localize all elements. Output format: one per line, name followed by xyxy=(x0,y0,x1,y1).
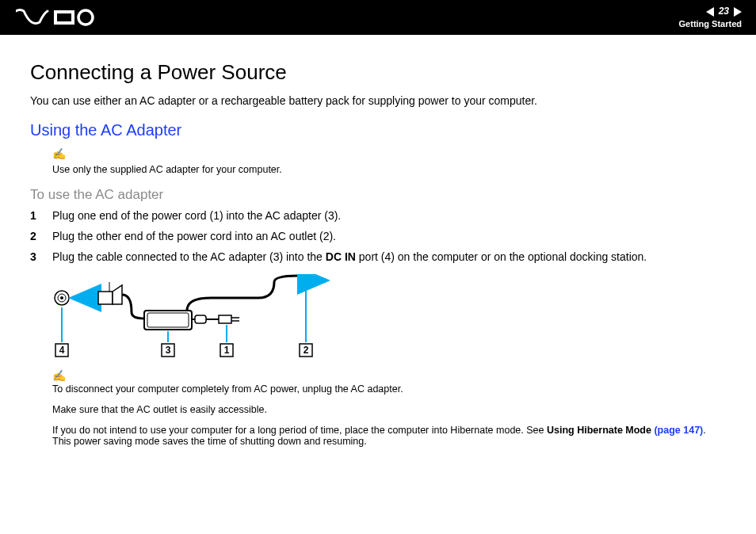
note-text-2: To disconnect your computer completely f… xyxy=(52,383,726,395)
svg-rect-13 xyxy=(195,315,206,323)
note4-before: If you do not intend to use your compute… xyxy=(52,425,547,436)
diagram-label-3: 3 xyxy=(166,345,171,356)
section-heading: Using the AC Adapter xyxy=(30,121,726,139)
ac-adapter-diagram: 4 3 1 2 xyxy=(52,274,726,361)
step-item: 3 Plug the cable connected to the AC ada… xyxy=(30,250,726,263)
diagram-label-2: 2 xyxy=(304,345,309,356)
note-block-1: ✍ Use only the supplied AC adapter for y… xyxy=(52,147,726,176)
note-text-1: Use only the supplied AC adapter for you… xyxy=(52,164,282,175)
svg-point-7 xyxy=(60,296,63,299)
diagram-label-4: 4 xyxy=(59,345,65,356)
svg-rect-9 xyxy=(98,292,113,304)
diagram-label-1: 1 xyxy=(224,345,230,356)
note4-bold: Using Hibernate Mode xyxy=(547,425,654,436)
header-bar: 23 Getting Started xyxy=(0,0,756,35)
next-page-icon[interactable] xyxy=(734,7,742,17)
step-item: 2 Plug the other end of the power cord i… xyxy=(30,230,726,242)
hibernate-mode-link[interactable]: (page 147) xyxy=(654,425,703,436)
step3-bold: DC IN xyxy=(326,250,356,263)
svg-point-4 xyxy=(78,10,93,25)
step-item: 1 Plug one end of the power cord (1) int… xyxy=(30,209,726,222)
footer-notes: ✍ To disconnect your computer completely… xyxy=(52,369,726,447)
step-text: Plug one end of the power cord (1) into … xyxy=(52,209,341,222)
step-number: 3 xyxy=(30,250,52,263)
header-right: 23 Getting Started xyxy=(679,6,742,29)
section-label: Getting Started xyxy=(679,18,742,29)
step-list: 1 Plug one end of the power cord (1) int… xyxy=(30,209,726,263)
svg-rect-11 xyxy=(144,311,192,330)
note-text-4: If you do not intend to use your compute… xyxy=(52,425,726,447)
note-text-3: Make sure that the AC outlet is easily a… xyxy=(52,404,726,415)
prev-page-icon[interactable] xyxy=(706,7,714,17)
step3-before: Plug the cable connected to the AC adapt… xyxy=(52,250,326,263)
svg-rect-3 xyxy=(71,10,74,25)
note-icon: ✍ xyxy=(52,147,726,160)
svg-rect-16 xyxy=(219,315,231,323)
step-number: 2 xyxy=(30,230,52,242)
step-number: 1 xyxy=(30,209,52,222)
procedure-heading: To use the AC adapter xyxy=(30,187,726,203)
page-content: Connecting a Power Source You can use ei… xyxy=(0,35,756,447)
vaio-logo xyxy=(16,9,95,26)
page-title: Connecting a Power Source xyxy=(30,60,726,85)
step-text: Plug the cable connected to the AC adapt… xyxy=(52,250,647,263)
note-icon: ✍ xyxy=(52,369,726,382)
step-text: Plug the other end of the power cord int… xyxy=(52,230,336,242)
page-number: 23 xyxy=(719,6,729,18)
intro-text: You can use either an AC adapter or a re… xyxy=(30,94,726,107)
step3-after: port (4) on the computer or on the optio… xyxy=(356,250,647,263)
